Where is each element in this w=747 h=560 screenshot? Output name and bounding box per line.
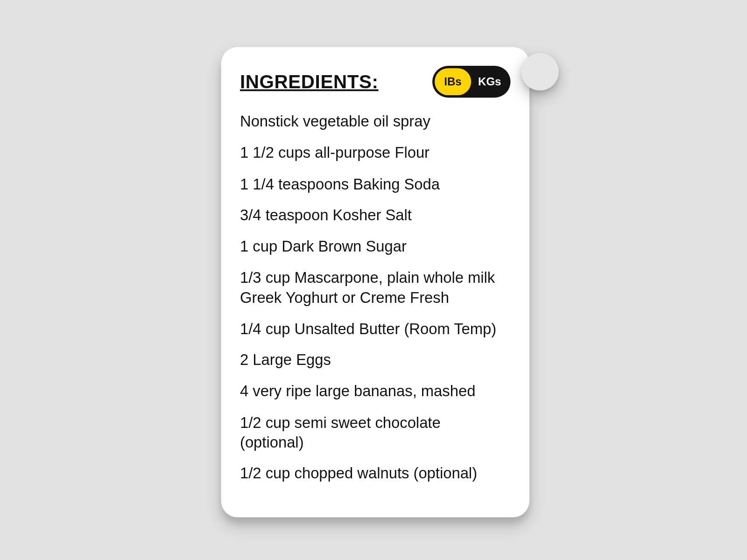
unit-toggle-kgs[interactable]: KGs xyxy=(471,68,508,95)
list-item: 1 cup Dark Brown Sugar xyxy=(240,237,499,257)
list-item: 1/4 cup Unsalted Butter (Room Temp) xyxy=(240,319,499,339)
cursor-indicator xyxy=(521,53,559,91)
ingredients-title: INGREDIENTS: xyxy=(240,71,378,93)
list-item: Nonstick vegetable oil spray xyxy=(240,112,499,131)
ingredients-card: INGREDIENTS: IBs KGs Nonstick vegetable … xyxy=(221,47,529,518)
list-item: 1/3 cup Mascarpone, plain whole milk Gre… xyxy=(240,268,499,308)
ingredients-list: Nonstick vegetable oil spray 1 1/2 cups … xyxy=(240,112,499,483)
list-item: 1 1/4 teaspoons Baking Soda xyxy=(240,175,499,194)
unit-toggle-lbs[interactable]: IBs xyxy=(435,68,471,95)
list-item: 4 very ripe large bananas, mashed xyxy=(240,382,499,401)
list-item: 1/2 cup semi sweet chocolate (optional) xyxy=(240,413,499,452)
list-item: 1 1/2 cups all-purpose Flour xyxy=(240,143,499,162)
list-item: 1/2 cup chopped walnuts (optional) xyxy=(240,464,499,483)
list-item: 2 Large Eggs xyxy=(240,350,499,370)
list-item: 3/4 teaspoon Kosher Salt xyxy=(240,206,499,225)
unit-toggle[interactable]: IBs KGs xyxy=(432,66,511,98)
card-header: INGREDIENTS: IBs KGs xyxy=(240,66,511,98)
